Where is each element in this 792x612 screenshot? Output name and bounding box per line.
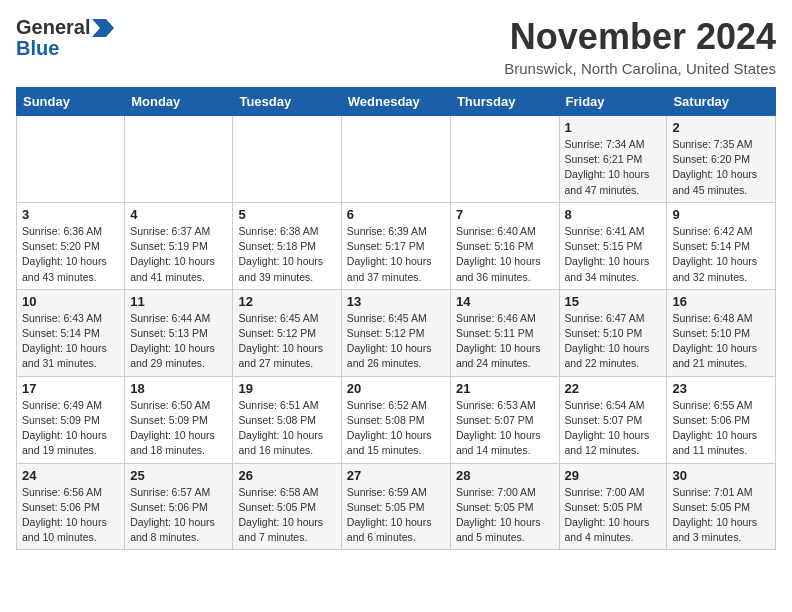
calendar-cell: 28Sunrise: 7:00 AM Sunset: 5:05 PM Dayli… [450,463,559,550]
cell-day-number: 12 [238,294,335,309]
cell-day-number: 18 [130,381,227,396]
cell-info-text: Sunrise: 6:37 AM Sunset: 5:19 PM Dayligh… [130,224,227,285]
calendar-cell: 15Sunrise: 6:47 AM Sunset: 5:10 PM Dayli… [559,289,667,376]
calendar-cell: 1Sunrise: 7:34 AM Sunset: 6:21 PM Daylig… [559,116,667,203]
calendar-title: November 2024 [504,16,776,58]
col-saturday: Saturday [667,88,776,116]
calendar-cell: 13Sunrise: 6:45 AM Sunset: 5:12 PM Dayli… [341,289,450,376]
logo-general: General [16,16,90,39]
cell-info-text: Sunrise: 6:40 AM Sunset: 5:16 PM Dayligh… [456,224,554,285]
cell-day-number: 17 [22,381,119,396]
cell-day-number: 29 [565,468,662,483]
cell-info-text: Sunrise: 6:36 AM Sunset: 5:20 PM Dayligh… [22,224,119,285]
cell-day-number: 24 [22,468,119,483]
col-wednesday: Wednesday [341,88,450,116]
calendar-cell: 18Sunrise: 6:50 AM Sunset: 5:09 PM Dayli… [125,376,233,463]
cell-day-number: 25 [130,468,227,483]
cell-day-number: 28 [456,468,554,483]
cell-day-number: 15 [565,294,662,309]
week-row-1: 1Sunrise: 7:34 AM Sunset: 6:21 PM Daylig… [17,116,776,203]
cell-info-text: Sunrise: 6:55 AM Sunset: 5:06 PM Dayligh… [672,398,770,459]
calendar-cell: 8Sunrise: 6:41 AM Sunset: 5:15 PM Daylig… [559,202,667,289]
calendar-cell: 25Sunrise: 6:57 AM Sunset: 5:06 PM Dayli… [125,463,233,550]
cell-day-number: 16 [672,294,770,309]
cell-day-number: 2 [672,120,770,135]
cell-day-number: 8 [565,207,662,222]
cell-day-number: 30 [672,468,770,483]
cell-day-number: 10 [22,294,119,309]
calendar-cell: 24Sunrise: 6:56 AM Sunset: 5:06 PM Dayli… [17,463,125,550]
cell-info-text: Sunrise: 6:45 AM Sunset: 5:12 PM Dayligh… [347,311,445,372]
cell-day-number: 20 [347,381,445,396]
cell-info-text: Sunrise: 6:57 AM Sunset: 5:06 PM Dayligh… [130,485,227,546]
calendar-cell: 12Sunrise: 6:45 AM Sunset: 5:12 PM Dayli… [233,289,341,376]
cell-info-text: Sunrise: 6:41 AM Sunset: 5:15 PM Dayligh… [565,224,662,285]
week-row-3: 10Sunrise: 6:43 AM Sunset: 5:14 PM Dayli… [17,289,776,376]
header: General Blue November 2024 Brunswick, No… [16,16,776,77]
cell-info-text: Sunrise: 6:39 AM Sunset: 5:17 PM Dayligh… [347,224,445,285]
cell-day-number: 19 [238,381,335,396]
cell-info-text: Sunrise: 6:59 AM Sunset: 5:05 PM Dayligh… [347,485,445,546]
cell-info-text: Sunrise: 6:52 AM Sunset: 5:08 PM Dayligh… [347,398,445,459]
cell-info-text: Sunrise: 6:45 AM Sunset: 5:12 PM Dayligh… [238,311,335,372]
logo-arrow-icon [92,19,114,37]
cell-day-number: 5 [238,207,335,222]
week-row-4: 17Sunrise: 6:49 AM Sunset: 5:09 PM Dayli… [17,376,776,463]
cell-info-text: Sunrise: 6:50 AM Sunset: 5:09 PM Dayligh… [130,398,227,459]
calendar-cell: 27Sunrise: 6:59 AM Sunset: 5:05 PM Dayli… [341,463,450,550]
calendar-cell [233,116,341,203]
calendar-cell: 7Sunrise: 6:40 AM Sunset: 5:16 PM Daylig… [450,202,559,289]
cell-day-number: 7 [456,207,554,222]
cell-day-number: 4 [130,207,227,222]
col-friday: Friday [559,88,667,116]
calendar-cell: 3Sunrise: 6:36 AM Sunset: 5:20 PM Daylig… [17,202,125,289]
cell-info-text: Sunrise: 6:58 AM Sunset: 5:05 PM Dayligh… [238,485,335,546]
cell-info-text: Sunrise: 6:47 AM Sunset: 5:10 PM Dayligh… [565,311,662,372]
calendar-cell: 17Sunrise: 6:49 AM Sunset: 5:09 PM Dayli… [17,376,125,463]
col-sunday: Sunday [17,88,125,116]
svg-marker-0 [92,19,114,37]
calendar-subtitle: Brunswick, North Carolina, United States [504,60,776,77]
cell-info-text: Sunrise: 6:44 AM Sunset: 5:13 PM Dayligh… [130,311,227,372]
calendar-cell: 21Sunrise: 6:53 AM Sunset: 5:07 PM Dayli… [450,376,559,463]
cell-info-text: Sunrise: 6:51 AM Sunset: 5:08 PM Dayligh… [238,398,335,459]
week-row-5: 24Sunrise: 6:56 AM Sunset: 5:06 PM Dayli… [17,463,776,550]
cell-day-number: 1 [565,120,662,135]
calendar-cell: 23Sunrise: 6:55 AM Sunset: 5:06 PM Dayli… [667,376,776,463]
col-tuesday: Tuesday [233,88,341,116]
col-monday: Monday [125,88,233,116]
cell-day-number: 11 [130,294,227,309]
calendar-cell: 19Sunrise: 6:51 AM Sunset: 5:08 PM Dayli… [233,376,341,463]
cell-info-text: Sunrise: 7:00 AM Sunset: 5:05 PM Dayligh… [456,485,554,546]
cell-info-text: Sunrise: 7:01 AM Sunset: 5:05 PM Dayligh… [672,485,770,546]
calendar-cell: 11Sunrise: 6:44 AM Sunset: 5:13 PM Dayli… [125,289,233,376]
cell-day-number: 23 [672,381,770,396]
cell-day-number: 22 [565,381,662,396]
calendar-table: Sunday Monday Tuesday Wednesday Thursday… [16,87,776,550]
cell-info-text: Sunrise: 6:43 AM Sunset: 5:14 PM Dayligh… [22,311,119,372]
cell-info-text: Sunrise: 7:00 AM Sunset: 5:05 PM Dayligh… [565,485,662,546]
cell-day-number: 26 [238,468,335,483]
calendar-cell: 14Sunrise: 6:46 AM Sunset: 5:11 PM Dayli… [450,289,559,376]
cell-info-text: Sunrise: 7:34 AM Sunset: 6:21 PM Dayligh… [565,137,662,198]
header-row: Sunday Monday Tuesday Wednesday Thursday… [17,88,776,116]
cell-info-text: Sunrise: 6:56 AM Sunset: 5:06 PM Dayligh… [22,485,119,546]
cell-info-text: Sunrise: 6:48 AM Sunset: 5:10 PM Dayligh… [672,311,770,372]
cell-day-number: 14 [456,294,554,309]
cell-info-text: Sunrise: 6:53 AM Sunset: 5:07 PM Dayligh… [456,398,554,459]
calendar-cell: 10Sunrise: 6:43 AM Sunset: 5:14 PM Dayli… [17,289,125,376]
calendar-cell [450,116,559,203]
cell-info-text: Sunrise: 6:46 AM Sunset: 5:11 PM Dayligh… [456,311,554,372]
cell-day-number: 9 [672,207,770,222]
cell-info-text: Sunrise: 6:38 AM Sunset: 5:18 PM Dayligh… [238,224,335,285]
cell-info-text: Sunrise: 6:42 AM Sunset: 5:14 PM Dayligh… [672,224,770,285]
calendar-cell: 29Sunrise: 7:00 AM Sunset: 5:05 PM Dayli… [559,463,667,550]
calendar-cell [17,116,125,203]
calendar-cell [125,116,233,203]
calendar-cell: 30Sunrise: 7:01 AM Sunset: 5:05 PM Dayli… [667,463,776,550]
cell-info-text: Sunrise: 7:35 AM Sunset: 6:20 PM Dayligh… [672,137,770,198]
cell-day-number: 27 [347,468,445,483]
calendar-cell: 22Sunrise: 6:54 AM Sunset: 5:07 PM Dayli… [559,376,667,463]
cell-info-text: Sunrise: 6:49 AM Sunset: 5:09 PM Dayligh… [22,398,119,459]
logo-blue: Blue [16,37,59,60]
